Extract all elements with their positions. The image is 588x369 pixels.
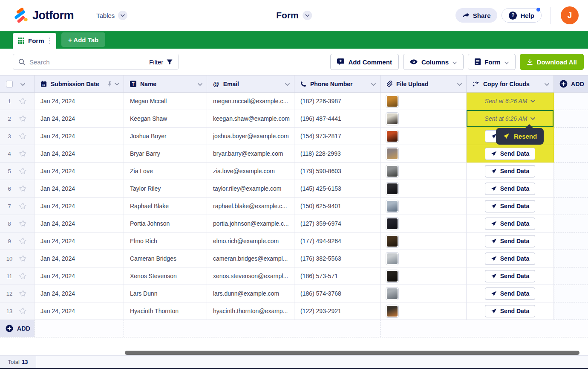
- phone-cell[interactable]: (127) 359-6974: [294, 215, 380, 232]
- submission-date-cell[interactable]: Jan 24, 2024: [35, 250, 124, 267]
- filter-button[interactable]: Filter: [143, 54, 179, 70]
- horizontal-scrollbar[interactable]: [125, 351, 579, 355]
- email-cell[interactable]: bryar.barry@example.com: [207, 145, 294, 163]
- star-icon[interactable]: [19, 150, 27, 157]
- row-select-cell[interactable]: 12: [0, 285, 35, 302]
- phone-cell[interactable]: (118) 228-2993: [294, 145, 380, 163]
- phone-cell[interactable]: (182) 226-3987: [294, 93, 380, 110]
- chevron-down-icon[interactable]: [20, 81, 25, 87]
- phone-cell[interactable]: (186) 573-571: [294, 267, 380, 285]
- search-input[interactable]: [29, 58, 138, 66]
- star-icon[interactable]: [19, 220, 27, 227]
- row-select-cell[interactable]: 6: [0, 180, 35, 198]
- row-select-cell[interactable]: 7: [0, 198, 35, 215]
- email-cell[interactable]: joshua.boyer@example.com: [207, 128, 294, 145]
- column-header-email[interactable]: @ Email: [207, 76, 294, 92]
- column-header-copy-for-clouds[interactable]: Copy for Clouds: [467, 76, 554, 92]
- phone-cell[interactable]: (145) 425-6153: [294, 180, 380, 198]
- column-header-file-upload[interactable]: File Upload: [380, 76, 467, 92]
- file-thumbnail[interactable]: [386, 200, 399, 213]
- file-thumbnail[interactable]: [386, 165, 399, 178]
- submission-date-cell[interactable]: Jan 24, 2024: [35, 215, 124, 232]
- chevron-down-icon[interactable]: [371, 81, 376, 87]
- tab-menu-icon[interactable]: [48, 36, 52, 46]
- email-cell[interactable]: keegan.shaw@example.com: [207, 110, 294, 128]
- submission-date-cell[interactable]: Jan 24, 2024: [35, 232, 124, 250]
- phone-cell[interactable]: (186) 574-3768: [294, 285, 380, 302]
- star-icon[interactable]: [19, 97, 27, 105]
- send-data-button[interactable]: Send Data: [485, 288, 535, 300]
- column-header-name[interactable]: T Name: [124, 76, 207, 92]
- file-thumbnail[interactable]: [386, 112, 399, 125]
- row-select-cell[interactable]: 8: [0, 215, 35, 232]
- select-all-checkbox[interactable]: [6, 81, 13, 87]
- file-thumbnail[interactable]: [386, 235, 399, 248]
- file-thumbnail[interactable]: [386, 252, 399, 265]
- submission-date-cell[interactable]: Jan 24, 2024: [35, 145, 124, 163]
- star-icon[interactable]: [19, 132, 27, 140]
- product-switcher[interactable]: Tables: [96, 11, 127, 20]
- resend-tooltip[interactable]: Resend: [496, 128, 544, 145]
- send-data-button[interactable]: Send Data: [485, 253, 535, 265]
- submission-date-cell[interactable]: Jan 24, 2024: [35, 93, 124, 110]
- share-button[interactable]: Share: [455, 8, 498, 23]
- send-data-button[interactable]: Send Data: [485, 183, 535, 195]
- file-thumbnail[interactable]: [386, 182, 399, 195]
- phone-cell[interactable]: (177) 494-9264: [294, 232, 380, 250]
- send-data-button[interactable]: Send Data: [485, 270, 535, 282]
- name-cell[interactable]: Taylor Riley: [124, 180, 207, 198]
- send-data-button[interactable]: Send Data: [485, 218, 535, 230]
- sent-status-dropdown[interactable]: Sent at 6:26 AM: [485, 98, 536, 105]
- row-select-cell[interactable]: 3: [0, 128, 35, 145]
- file-thumbnail[interactable]: [386, 305, 399, 318]
- file-thumbnail[interactable]: [386, 95, 399, 108]
- add-row-button[interactable]: ADD: [0, 320, 35, 337]
- phone-cell[interactable]: (196) 487-4441: [294, 110, 380, 128]
- submission-date-cell[interactable]: Jan 24, 2024: [35, 128, 124, 145]
- row-select-cell[interactable]: 2: [0, 110, 35, 128]
- help-button[interactable]: ? Help: [502, 8, 542, 23]
- column-header-submission-date[interactable]: 10 Submission Date: [35, 76, 124, 92]
- submission-date-cell[interactable]: Jan 24, 2024: [35, 180, 124, 198]
- star-icon[interactable]: [19, 185, 27, 192]
- chevron-down-icon[interactable]: [285, 81, 290, 87]
- name-cell[interactable]: Raphael Blake: [124, 198, 207, 215]
- star-icon[interactable]: [19, 272, 27, 280]
- name-cell[interactable]: Joshua Boyer: [124, 128, 207, 145]
- email-cell[interactable]: zia.love@example.com: [207, 163, 294, 180]
- email-cell[interactable]: lars.dunn@example.com: [207, 285, 294, 302]
- chevron-down-icon[interactable]: [198, 81, 202, 87]
- name-cell[interactable]: Portia Johnson: [124, 215, 207, 232]
- send-data-button[interactable]: Send Data: [485, 305, 535, 317]
- file-thumbnail[interactable]: [386, 217, 399, 230]
- jotform-logo[interactable]: [13, 8, 28, 23]
- name-cell[interactable]: Megan Mccall: [124, 93, 207, 110]
- email-cell[interactable]: taylor.riley@example.com: [207, 180, 294, 198]
- name-cell[interactable]: Keegan Shaw: [124, 110, 207, 128]
- columns-button[interactable]: Columns: [403, 54, 464, 70]
- name-cell[interactable]: Lars Dunn: [124, 285, 207, 302]
- chevron-down-icon[interactable]: [545, 81, 549, 87]
- row-select-cell[interactable]: 1: [0, 93, 35, 110]
- email-cell[interactable]: raphael.blake@example.c...: [207, 198, 294, 215]
- row-select-cell[interactable]: 11: [0, 267, 35, 285]
- file-thumbnail[interactable]: [386, 270, 399, 283]
- star-icon[interactable]: [19, 167, 27, 175]
- avatar[interactable]: J: [561, 6, 579, 24]
- chevron-down-icon[interactable]: [457, 81, 462, 87]
- row-select-cell[interactable]: 13: [0, 302, 35, 320]
- send-data-button[interactable]: Send Data: [485, 165, 535, 177]
- star-icon[interactable]: [19, 290, 27, 297]
- download-all-button[interactable]: Download All: [520, 54, 584, 70]
- star-icon[interactable]: [19, 115, 27, 122]
- submission-date-cell[interactable]: Jan 24, 2024: [35, 163, 124, 180]
- row-select-cell[interactable]: 4: [0, 145, 35, 163]
- add-comment-button[interactable]: Add Comment: [330, 54, 399, 70]
- row-select-cell[interactable]: 10: [0, 250, 35, 267]
- tab-form[interactable]: Form: [13, 33, 56, 49]
- star-icon[interactable]: [19, 307, 27, 315]
- name-cell[interactable]: Bryar Barry: [124, 145, 207, 163]
- phone-cell[interactable]: (122) 293-2921: [294, 302, 380, 320]
- submission-date-cell[interactable]: Jan 24, 2024: [35, 285, 124, 302]
- star-icon[interactable]: [19, 202, 27, 210]
